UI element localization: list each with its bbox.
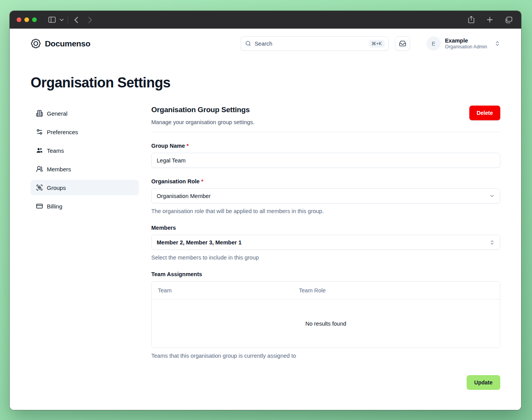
group-name-label: Group Name * [151, 143, 500, 149]
titlebar-divider [68, 16, 68, 23]
users-filled-icon [36, 147, 43, 154]
search-shortcut-badge: ⌘+K [369, 40, 385, 48]
column-header-team: Team [158, 287, 299, 294]
members-help: Select the members to include in this gr… [151, 254, 500, 261]
app-header: Documenso ⌘+K [10, 29, 521, 57]
team-assignments-help: Teams that this organisation group is cu… [151, 353, 500, 359]
members-label: Members [151, 225, 500, 231]
sidebar-item-label: Preferences [47, 129, 78, 135]
browser-titlebar [10, 11, 521, 29]
sidebar-item-members[interactable]: Members [31, 161, 139, 177]
settings-sidebar: General Preferences [31, 106, 139, 410]
organisation-role-value: Organisation Member [157, 193, 210, 199]
sidebar-chevron-down-icon[interactable] [58, 14, 65, 26]
zoom-window-button[interactable] [32, 17, 37, 22]
sliders-icon [36, 128, 43, 135]
sidebar-item-label: Teams [47, 147, 64, 154]
browser-window: Documenso ⌘+K [10, 11, 521, 410]
close-window-button[interactable] [17, 17, 21, 22]
desktop-background: Documenso ⌘+K [0, 0, 532, 420]
share-icon[interactable] [465, 14, 477, 26]
empty-state: No results found [152, 300, 500, 348]
team-assignments-field: Team Assignments Team Team Role No resul… [151, 271, 500, 359]
section-title: Organisation Group Settings [151, 106, 255, 114]
group-settings-panel: Organisation Group Settings Manage your … [151, 106, 500, 410]
page-title: Organisation Settings [10, 57, 521, 91]
traffic-lights [17, 17, 37, 22]
account-role: Organisation Admin [445, 44, 487, 50]
sidebar-item-label: Members [47, 166, 71, 172]
column-header-team-role: Team Role [299, 287, 494, 294]
sidebar-item-general[interactable]: General [31, 106, 139, 121]
update-button[interactable]: Update [467, 375, 500, 390]
group-name-input[interactable] [151, 153, 500, 168]
section-divider [151, 132, 500, 132]
section-subtitle: Manage your organisation group settings. [151, 119, 255, 125]
sidebar-item-teams[interactable]: Teams [31, 143, 139, 158]
sidebar-item-preferences[interactable]: Preferences [31, 124, 139, 140]
required-asterisk: * [201, 178, 204, 184]
members-multiselect[interactable]: Member 2, Member 3, Member 1 [151, 235, 500, 250]
inbox-button[interactable] [395, 36, 410, 51]
required-asterisk: * [186, 143, 189, 149]
search-icon [245, 40, 251, 47]
back-button[interactable] [70, 14, 82, 26]
building-icon [36, 110, 43, 117]
organisation-role-label: Organisation Role * [151, 178, 500, 184]
members-value: Member 2, Member 3, Member 1 [157, 239, 241, 246]
tab-overview-icon[interactable] [503, 14, 514, 26]
team-assignments-table: Team Team Role No results found [151, 281, 500, 348]
users-round-icon [36, 166, 43, 172]
account-menu[interactable]: E Example Organisation Admin [426, 36, 500, 51]
brand-name: Documenso [45, 39, 91, 48]
sidebar-item-label: Billing [47, 203, 62, 210]
sidebar-item-label: General [47, 110, 67, 117]
chevrons-up-down-icon [489, 240, 495, 245]
new-tab-icon[interactable] [484, 14, 496, 26]
sidebar-item-label: Groups [47, 184, 66, 191]
sidebar-item-billing[interactable]: Billing [31, 198, 139, 214]
minimize-window-button[interactable] [24, 17, 29, 22]
credit-card-icon [36, 203, 43, 210]
search-box[interactable]: ⌘+K [241, 36, 389, 51]
sidebar-item-groups[interactable]: Groups [31, 180, 139, 195]
inbox-icon [399, 40, 406, 47]
app-content: Documenso ⌘+K [10, 29, 521, 410]
organisation-role-help: The organisation role that will be appli… [151, 208, 500, 214]
sidebar-toggle-icon[interactable] [46, 14, 58, 26]
group-name-field: Group Name * [151, 143, 500, 168]
organisation-role-select[interactable]: Organisation Member [151, 188, 500, 203]
chevrons-up-down-icon [494, 41, 500, 46]
group-icon [36, 184, 43, 191]
organisation-role-field: Organisation Role * Organisation Member … [151, 178, 500, 214]
brand[interactable]: Documenso [31, 38, 91, 49]
search-input[interactable] [255, 41, 366, 47]
chevron-down-icon [489, 193, 495, 199]
documenso-logo-icon [31, 38, 41, 49]
delete-button[interactable]: Delete [469, 106, 500, 120]
account-name: Example [445, 37, 487, 44]
avatar: E [426, 36, 441, 51]
forward-button [84, 14, 96, 26]
members-field: Members Member 2, Member 3, Member 1 Sel… [151, 225, 500, 261]
table-header-row: Team Team Role [152, 282, 500, 300]
team-assignments-label: Team Assignments [151, 271, 500, 277]
